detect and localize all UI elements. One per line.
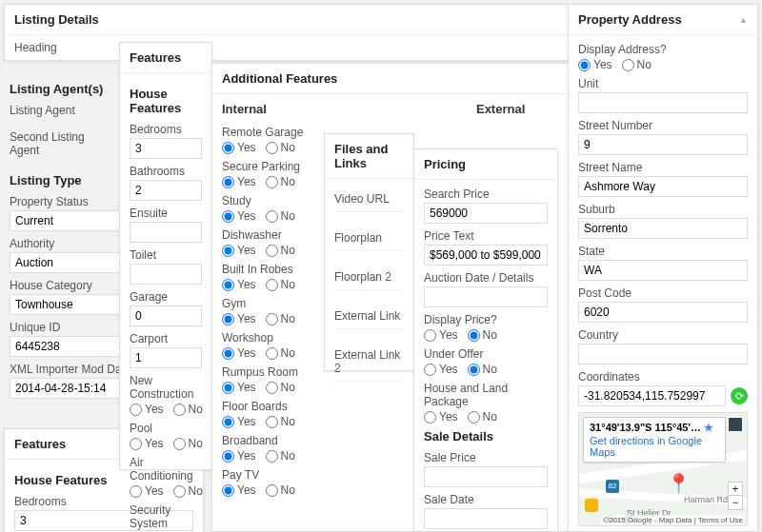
remote-garage-no[interactable] xyxy=(266,142,278,154)
coords-input[interactable] xyxy=(578,385,726,406)
display-address-no[interactable] xyxy=(622,59,634,71)
sale-date-label: Sale Date xyxy=(424,493,548,506)
sale-date-input[interactable] xyxy=(424,508,548,529)
price-text-input[interactable] xyxy=(424,245,548,266)
star-icon[interactable]: ★ xyxy=(704,422,713,433)
panel-title: Features xyxy=(14,437,66,451)
floorplan-item[interactable]: Floorplan xyxy=(334,212,404,251)
suburb-input[interactable] xyxy=(578,218,748,239)
coords-label: Coordinates xyxy=(578,370,748,384)
state-input[interactable] xyxy=(578,260,748,281)
garage-input[interactable] xyxy=(130,305,202,326)
under-offer-yes[interactable] xyxy=(424,364,436,376)
floorboards-no[interactable] xyxy=(266,416,278,428)
house-features-title: House Features xyxy=(130,87,202,115)
workshop-no[interactable] xyxy=(266,347,278,360)
panel-title: Property Address xyxy=(578,12,682,27)
panel-header: Property Address ▲ xyxy=(569,5,757,35)
hlp-label: House and Land Package xyxy=(424,382,548,408)
remote-garage-yes[interactable] xyxy=(222,142,234,154)
floorplan2-item[interactable]: Floorplan 2 xyxy=(334,251,404,290)
newcon-no-radio[interactable] xyxy=(173,404,186,416)
gym-no[interactable] xyxy=(266,313,278,325)
hlp-no[interactable] xyxy=(468,411,480,424)
carport-label: Carport xyxy=(130,332,202,345)
streetview-pegman-icon[interactable] xyxy=(585,499,598,512)
unit-label: Unit xyxy=(578,77,748,90)
street-name-input[interactable] xyxy=(578,176,748,197)
sale-price-input[interactable] xyxy=(424,466,548,487)
bir-yes[interactable] xyxy=(222,279,234,291)
dishwasher-yes[interactable] xyxy=(222,245,234,257)
sale-details-title: Sale Details xyxy=(424,429,548,443)
toilet-input[interactable] xyxy=(130,264,202,285)
bedrooms-input[interactable] xyxy=(130,138,202,159)
pool-yes-radio[interactable] xyxy=(130,438,142,450)
gym-yes[interactable] xyxy=(222,313,234,325)
study-yes[interactable] xyxy=(222,210,234,223)
postcode-input[interactable] xyxy=(578,302,748,323)
display-price-no[interactable] xyxy=(468,329,480,342)
unit-input[interactable] xyxy=(578,92,748,113)
display-address-yes[interactable] xyxy=(578,59,591,71)
broadband-yes[interactable] xyxy=(222,450,234,463)
display-price-yes[interactable] xyxy=(424,329,436,342)
files-links-panel: Files and Links Video URL Floorplan Floo… xyxy=(324,133,414,371)
refresh-coords-icon[interactable]: ⟳ xyxy=(731,387,748,404)
pool-label: Pool xyxy=(130,422,202,435)
ac-no-radio[interactable] xyxy=(173,485,186,498)
under-offer-no[interactable] xyxy=(468,364,480,376)
route-shield: 82 xyxy=(606,480,619,493)
paytv-yes[interactable] xyxy=(222,484,234,497)
ac-label: Air Conditioning xyxy=(130,456,202,483)
video-url-item[interactable]: Video URL xyxy=(334,187,404,212)
zoom-out-button[interactable]: − xyxy=(729,496,742,509)
map-widget[interactable]: 82 Harman Rd St Helier Dr 📍 31°49'13.9"S… xyxy=(578,412,748,526)
ensuite-input[interactable] xyxy=(130,222,202,243)
floorboards-yes[interactable] xyxy=(222,416,234,428)
external-link-item[interactable]: External Link xyxy=(334,290,404,329)
state-label: State xyxy=(578,245,748,258)
secure-parking-yes[interactable] xyxy=(222,176,234,188)
hlp-yes[interactable] xyxy=(424,411,436,424)
listing-agents-panel: Listing Agent(s) Listing Agent Second Li… xyxy=(4,76,118,163)
panel-header: Listing Details ▲ xyxy=(5,5,586,35)
broadband-no[interactable] xyxy=(266,450,278,463)
map-coord-label: 31°49'13.9"S 115°45'… xyxy=(590,422,701,433)
heading-label: Heading xyxy=(5,35,586,60)
external-link2-item[interactable]: External Link 2 xyxy=(334,329,404,382)
auction-input[interactable] xyxy=(424,286,548,307)
zoom-in-button[interactable]: + xyxy=(729,483,742,496)
panel-title: Files and Links xyxy=(334,142,404,170)
features-panel: Features House Features Bedrooms Bathroo… xyxy=(119,42,212,470)
map-terms[interactable]: ©2015 Google - Map Data | Terms of Use xyxy=(601,515,745,525)
ss-label: Security System xyxy=(130,503,202,530)
workshop-yes[interactable] xyxy=(222,347,234,360)
directions-link[interactable]: Get directions in Google Maps xyxy=(590,435,719,458)
street-number-input[interactable] xyxy=(578,134,748,155)
carport-input[interactable] xyxy=(130,347,202,368)
pool-no-radio[interactable] xyxy=(173,438,186,450)
collapse-icon[interactable]: ▲ xyxy=(739,15,748,25)
listing-details-panel: Listing Details ▲ Heading xyxy=(4,4,587,61)
search-price-input[interactable] xyxy=(424,203,548,224)
bathrooms-input[interactable] xyxy=(130,180,202,201)
price-text-label: Price Text xyxy=(424,229,548,243)
map-pin-icon: 📍 xyxy=(667,472,691,495)
new-construction-label: New Construction xyxy=(130,374,202,401)
bedrooms-label: Bedrooms xyxy=(130,123,202,136)
rumpus-no[interactable] xyxy=(266,382,278,394)
listing-agent-label: Listing Agent xyxy=(10,104,112,117)
bir-no[interactable] xyxy=(266,279,278,291)
paytv-no[interactable] xyxy=(266,484,278,497)
secure-parking-no[interactable] xyxy=(266,176,278,188)
dishwasher-no[interactable] xyxy=(266,245,278,257)
newcon-yes-radio[interactable] xyxy=(130,404,142,416)
columns-header: InternalExternal xyxy=(222,102,577,116)
ac-yes-radio[interactable] xyxy=(130,485,142,498)
avatar-icon[interactable] xyxy=(728,417,743,432)
country-input[interactable] xyxy=(578,344,748,365)
panel-header: Features xyxy=(120,43,211,73)
study-no[interactable] xyxy=(266,210,278,223)
rumpus-yes[interactable] xyxy=(222,382,234,394)
